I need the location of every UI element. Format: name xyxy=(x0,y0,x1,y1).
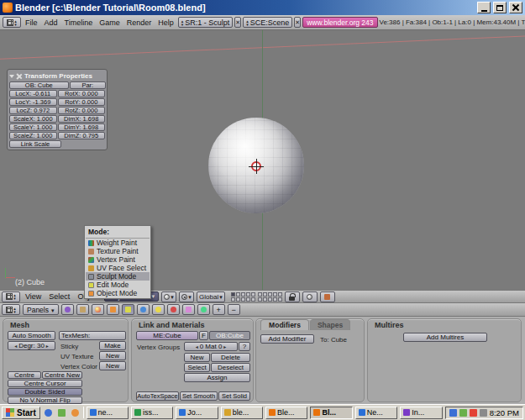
tab-shapes[interactable]: Shapes xyxy=(310,319,350,330)
viewport-editor-type-icon[interactable] xyxy=(2,291,20,302)
material-delete-button[interactable]: Delete xyxy=(211,353,250,362)
taskbar-button-blender-active[interactable]: Bl... xyxy=(310,407,352,419)
shading-icon[interactable] xyxy=(92,304,104,315)
zoom-in-icon[interactable]: + xyxy=(213,304,225,315)
tray-icon-3[interactable] xyxy=(470,409,477,417)
volume-icon[interactable] xyxy=(480,409,487,417)
add-multires-button[interactable]: Add Multires xyxy=(403,333,487,342)
rotx-field[interactable]: RotX: 0.000 xyxy=(58,90,106,97)
editor-type-icon[interactable] xyxy=(3,17,21,28)
scalez-field[interactable]: ScaleZ: 1.000 xyxy=(9,132,57,139)
menu-file[interactable]: File xyxy=(23,18,40,27)
material-index-field[interactable]: 0 Mat 0 xyxy=(184,342,238,351)
locx-field[interactable]: LocX: -0.611 xyxy=(9,90,57,97)
pivot-dropdown[interactable] xyxy=(179,291,194,302)
quicklaunch-media-icon[interactable] xyxy=(70,407,81,418)
material-help-button[interactable]: ? xyxy=(239,342,250,351)
close-button[interactable] xyxy=(509,2,522,13)
lamp-icon[interactable] xyxy=(152,304,165,315)
locy-field[interactable]: LocY: -1.369 xyxy=(9,98,57,106)
autotexspace-toggle[interactable]: AutoTexSpace xyxy=(136,391,179,401)
ob-name-field[interactable]: OB: Cube xyxy=(9,81,69,89)
transform-properties-panel[interactable]: Transform Properties OB: Cube Par: LocX:… xyxy=(7,69,108,150)
menu-render[interactable]: Render xyxy=(124,18,155,27)
auto-smooth-button[interactable]: Auto Smooth xyxy=(8,331,55,340)
parent-field[interactable]: Par: xyxy=(70,81,106,89)
material-new-button[interactable]: New xyxy=(184,353,210,362)
quicklaunch-desktop-icon[interactable] xyxy=(56,407,67,418)
panels-menu-button[interactable]: Panels xyxy=(23,304,59,315)
tray-icon-2[interactable] xyxy=(459,409,467,417)
double-sided-toggle[interactable]: Double Sided xyxy=(8,388,82,396)
quicklaunch-ie-icon[interactable] xyxy=(43,407,54,418)
menu-item-uv-face-select[interactable]: UV Face Select xyxy=(86,264,150,272)
minimize-button[interactable] xyxy=(477,2,491,13)
scalex-field[interactable]: ScaleX: 1.000 xyxy=(9,115,57,123)
proportional-edit-button[interactable] xyxy=(302,291,318,302)
panel-close-icon[interactable] xyxy=(16,73,23,80)
tab-modifiers[interactable]: Modifiers xyxy=(260,319,309,330)
draw-mode-dropdown[interactable] xyxy=(161,291,176,302)
assign-button[interactable]: Assign xyxy=(184,373,250,382)
menu-view[interactable]: View xyxy=(23,292,44,301)
menu-item-vertex-paint[interactable]: Vertex Paint xyxy=(86,255,150,264)
physics-icon[interactable] xyxy=(137,304,150,315)
taskbar-button-2[interactable]: iss... xyxy=(131,407,173,419)
material-icon[interactable] xyxy=(167,304,180,315)
object-context-icon[interactable] xyxy=(107,304,119,315)
3d-viewport[interactable]: (2) Cube Transform Properties OB: Cube P… xyxy=(0,30,525,290)
dimy-field[interactable]: DimY: 1.698 xyxy=(58,123,106,131)
dimx-field[interactable]: DimX: 1.698 xyxy=(58,115,106,123)
scene-selector[interactable]: SCE:Scene xyxy=(243,17,292,28)
menu-timeline[interactable]: Timeline xyxy=(62,18,96,27)
menu-item-weight-paint[interactable]: Weight Paint xyxy=(86,239,150,247)
maximize-button[interactable] xyxy=(493,2,507,13)
centre-button[interactable]: Centre xyxy=(8,371,41,379)
add-modifier-button[interactable]: Add Modifier xyxy=(260,334,314,344)
link-scale-button[interactable]: Link Scale xyxy=(9,140,61,148)
zoom-out-icon[interactable]: − xyxy=(228,304,240,315)
world-icon[interactable] xyxy=(197,304,210,315)
menu-select[interactable]: Select xyxy=(46,292,72,301)
rotz-field[interactable]: RotZ: 0.000 xyxy=(58,107,106,114)
taskbar-button-1[interactable]: ne... xyxy=(87,407,129,419)
set-solid-button[interactable]: Set Solid xyxy=(218,391,250,401)
script-icon[interactable] xyxy=(76,304,89,315)
deselect-button[interactable]: Deselect xyxy=(211,363,250,372)
logic-icon[interactable] xyxy=(61,304,74,315)
sticky-make-button[interactable]: Make xyxy=(99,341,126,350)
start-button[interactable]: Start xyxy=(2,407,40,419)
menu-item-edit-mode[interactable]: Edit Mode xyxy=(86,281,150,289)
taskbar-button-7[interactable]: Ne... xyxy=(355,407,397,419)
buttons-editor-type-icon[interactable] xyxy=(2,304,20,315)
set-smooth-button[interactable]: Set Smooth xyxy=(180,391,218,401)
menu-game[interactable]: Game xyxy=(97,18,123,27)
roty-field[interactable]: RotY: 0.000 xyxy=(58,98,106,106)
object-name-field[interactable]: OB:Cube xyxy=(209,331,250,340)
fake-user-button[interactable]: F xyxy=(199,331,208,340)
scene-delete-icon[interactable] xyxy=(294,17,301,28)
degr-slider[interactable]: Degr: 30 xyxy=(8,341,55,350)
centre-new-button[interactable]: Centre New xyxy=(42,371,82,379)
editing-icon[interactable] xyxy=(122,304,134,315)
taskbar-button-4[interactable]: ble... xyxy=(221,407,263,419)
menu-help[interactable]: Help xyxy=(155,18,176,27)
orientation-dropdown[interactable]: Global xyxy=(197,291,225,302)
texture-icon[interactable] xyxy=(182,304,195,315)
version-button[interactable]: www.blender.org 243 xyxy=(302,17,377,28)
collapse-icon[interactable] xyxy=(9,75,14,78)
mesh-datablock-field[interactable]: ME:Cube xyxy=(136,331,198,340)
taskbar-button-8[interactable]: In... xyxy=(400,407,442,419)
screen-delete-icon[interactable] xyxy=(234,17,241,28)
locz-field[interactable]: LocZ: 0.972 xyxy=(9,107,57,114)
menu-add[interactable]: Add xyxy=(42,18,60,27)
layer-buttons[interactable] xyxy=(231,292,282,302)
render-preview-button[interactable] xyxy=(320,291,335,302)
texmesh-field[interactable]: TexMesh: xyxy=(59,331,126,340)
no-v-normal-flip-toggle[interactable]: No V.Normal Flip xyxy=(8,396,82,404)
menu-item-texture-paint[interactable]: Texture Paint xyxy=(86,247,150,255)
dimz-field[interactable]: DimZ: 0.795 xyxy=(58,132,106,139)
uv-texture-new-button[interactable]: New xyxy=(99,351,126,360)
lock-view-button[interactable] xyxy=(285,291,300,302)
taskbar-button-5[interactable]: Ble... xyxy=(265,407,307,419)
